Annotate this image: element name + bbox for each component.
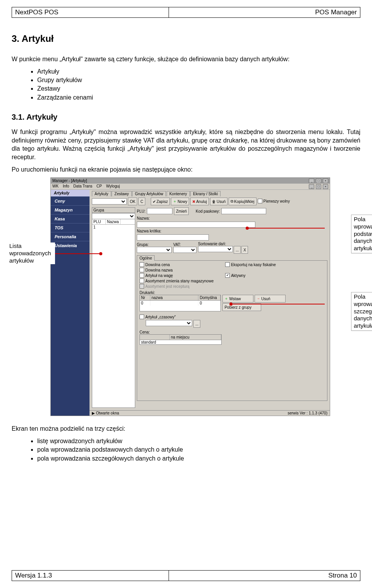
kopiuj-button[interactable]: ⧉KopiujWklej	[229, 198, 256, 205]
cancel-icon: ✖	[192, 199, 195, 204]
vat-select[interactable]	[173, 247, 196, 253]
tab[interactable]: Kontenery	[167, 191, 190, 196]
wstaw-button[interactable]: ＋Wstaw	[222, 295, 253, 303]
callout-line	[55, 253, 101, 254]
footer-right: Strona 10	[169, 571, 360, 581]
list-row[interactable]: 1	[92, 225, 135, 230]
grupa-label: Grupa:	[137, 242, 172, 247]
nazwa-krotka-label: Nazwa krótka:	[137, 229, 161, 233]
usun-button[interactable]: －Usuń	[255, 295, 286, 303]
ellipsis-button[interactable]: ...	[193, 320, 200, 328]
article-list: Grupa PLU Nazwa 1	[92, 207, 135, 408]
window-buttons: _ □ ×	[308, 178, 328, 183]
zapisz-button[interactable]: ✔Zapisz	[151, 198, 170, 205]
x-button[interactable]: X	[241, 246, 248, 254]
table-row[interactable]: 0 0	[140, 301, 220, 306]
anuluj-button[interactable]: ✖Anuluj	[190, 198, 209, 205]
bullet-item: Grupy artykułów	[37, 76, 360, 84]
grupa-select[interactable]	[92, 213, 135, 219]
col-nazwa: Nazwa	[106, 219, 121, 224]
status-left[interactable]: ▶ Otwarte okna	[92, 411, 119, 415]
sidebar-item[interactable]: Magazyn	[51, 205, 90, 214]
na-wage-checkbox[interactable]: Artykuł na wagę	[140, 273, 214, 278]
checked-icon: ✔	[225, 273, 230, 278]
minimize-icon[interactable]: _	[309, 179, 314, 183]
intro-bullet-list: Artykuły Grupy artykułów Zestawy Zarządz…	[12, 67, 360, 102]
czasowy-select[interactable]	[146, 320, 192, 326]
app-screenshot: Manager - [Artykuly] _ □ × WK Info Data …	[50, 177, 330, 416]
titlebar: Manager - [Artykuly] _ □ ×	[51, 178, 330, 184]
grupa-select[interactable]	[137, 247, 172, 253]
sidebar-item[interactable]: Personalia	[51, 232, 90, 241]
menu-item[interactable]: Info	[63, 184, 69, 188]
menu-item[interactable]: Wyloguj	[106, 184, 120, 188]
sidebar-item-selected[interactable]: Artykuly	[51, 190, 90, 196]
toolbar: OK C ✔Zapisz ＋Nowy ✖Anuluj 🗑Usuń ⧉Kopiuj…	[90, 196, 330, 206]
nowy-button[interactable]: ＋Nowy	[171, 198, 189, 205]
ok-button[interactable]: OK	[128, 198, 137, 205]
maximize-icon[interactable]: □	[316, 179, 321, 183]
sidebar-item[interactable]: Ustawienia	[51, 241, 90, 250]
dowolna-cena-checkbox[interactable]: Dowolna cena	[140, 262, 214, 267]
dowolna-nazwa-checkbox[interactable]: Dowolna nazwa	[140, 268, 214, 272]
plu-input[interactable]	[147, 208, 172, 214]
asortyment-checkbox[interactable]: Asortyment zmienia stany magazynowe	[140, 279, 214, 283]
close-icon[interactable]: ×	[323, 179, 328, 183]
bullet-item: pola wprowadzania szczegółowych danych o…	[37, 454, 360, 463]
after-bullet-list: listę wprowadzonych artykułów pola wprow…	[12, 437, 360, 463]
tab[interactable]: Zestawy	[112, 191, 131, 196]
tab[interactable]: Ekrany / Stolki	[190, 191, 220, 196]
kod-input[interactable]	[221, 208, 266, 214]
table-row[interactable]: standard	[140, 340, 221, 344]
tab[interactable]: Artykuly	[92, 191, 111, 196]
c-button[interactable]: C	[138, 198, 145, 205]
page-footer: Wersja 1.1.3 Strona 10	[12, 570, 360, 581]
zmien-button[interactable]: Zmień	[174, 207, 189, 215]
eksportuj-checkbox[interactable]: Eksportuj na kasy fiskalne	[225, 262, 276, 267]
plus-icon: ＋	[173, 199, 177, 204]
drukarki-label: Drukarki:	[140, 291, 325, 295]
close-icon[interactable]: ×	[323, 184, 328, 189]
tab[interactable]: Grupy Artykułów	[132, 191, 166, 196]
ellipsis-button[interactable]: ...	[234, 246, 241, 254]
sort-select[interactable]	[198, 246, 233, 252]
minimize-icon[interactable]: _	[309, 184, 314, 189]
bullet-item: Zestawy	[37, 84, 360, 93]
bullet-item: listę wprowadzonych artykułów	[37, 437, 360, 445]
after-text-lead: Ekran ten można podzielić na trzy części…	[12, 425, 360, 433]
aktywny-checkbox[interactable]: ✔Aktywny	[225, 273, 276, 278]
subsection-title: 3.1. Artykuły	[12, 113, 360, 122]
subtab-ogolne[interactable]: Ogólne	[137, 255, 155, 261]
bullet-item: Artykuły	[37, 67, 360, 76]
czasowy-checkbox[interactable]: Artykuł „czasowy"	[140, 315, 325, 319]
subsection-paragraph: W funkcji programu „Artykuły" można wpro…	[12, 128, 360, 161]
menu-bar: WK Info Data Trans CP Wyloguj _ □ ×	[51, 184, 330, 190]
nazwa-krotka-input[interactable]	[137, 234, 209, 241]
form-panel: PLU: Zmień Kod paskowy: Nazwa:	[137, 207, 327, 408]
ogolne-panel: Dowolna cena Dowolna nazwa Artykuł na wa…	[137, 260, 327, 401]
toolbar-select[interactable]	[92, 198, 127, 205]
menu-item[interactable]: CP	[96, 184, 102, 188]
menu-item[interactable]: WK	[52, 184, 59, 188]
sidebar-item[interactable]: TOS	[51, 223, 90, 232]
menu-item[interactable]: Data Trans	[73, 184, 92, 188]
nazwa-input[interactable]	[137, 222, 255, 228]
callout-right-1: Pola wprowadzania podstawowych danych o …	[351, 215, 372, 253]
header-right: POS Manager	[169, 7, 360, 18]
nazwa-label: Nazwa:	[137, 216, 150, 220]
sidebar-item[interactable]: Ceny	[51, 196, 90, 205]
usun-button[interactable]: 🗑Usuń	[210, 198, 227, 205]
bullet-item: Zarządzanie cenami	[37, 93, 360, 102]
drukarki-table: Nr nazwa Domyślna 0 0	[140, 295, 221, 311]
callout-right-2: Pola wprowadzania szczegółowych danych o…	[351, 292, 372, 331]
vat-label: VAT:	[173, 242, 196, 247]
pierwszy-wolny-checkbox[interactable]: Pierwszy wolny	[258, 199, 290, 203]
copy-icon: ⧉	[231, 199, 233, 204]
sidebar-item[interactable]: Kasa	[51, 214, 90, 223]
after-shot-lead: Po uruchomieniu funkcji na ekranie pojaw…	[12, 165, 360, 174]
pobierz-button[interactable]: Pobierz z grupy	[222, 303, 261, 311]
receptura-checkbox: Asortyment jest recepturą	[140, 284, 214, 289]
maximize-icon[interactable]: □	[316, 184, 321, 189]
page-header: NextPOS POS POS Manager	[12, 7, 360, 18]
col-plu: PLU	[92, 219, 106, 224]
